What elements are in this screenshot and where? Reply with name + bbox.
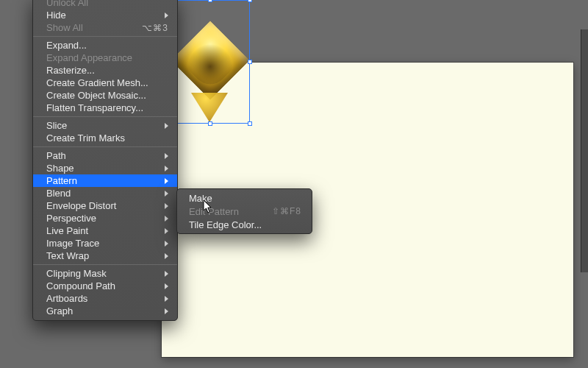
chevron-right-icon [165,228,168,234]
chevron-right-icon [165,123,168,129]
resize-handle-t[interactable] [208,0,212,2]
menu-item-flatten-transparency[interactable]: Flatten Transparency... [33,102,177,114]
menu-item-label: Path [46,150,160,161]
menu-item-shortcut: ⌥⌘3 [142,23,168,33]
chevron-right-icon [165,203,168,209]
menu-item-label: Flatten Transparency... [46,102,168,113]
menu-item-label: Text Wrap [46,250,160,261]
menu-item-rasterize[interactable]: Rasterize... [33,64,177,77]
menu-item-clipping-mask[interactable]: Clipping Mask [33,267,177,280]
menu-item-envelope-distort[interactable]: Envelope Distort [33,199,177,212]
resize-handle-br[interactable] [248,121,252,126]
chevron-right-icon [165,283,168,289]
menu-item-create-trim-marks[interactable]: Create Trim Marks [33,132,177,144]
chevron-right-icon [165,296,168,302]
menu-separator [33,116,177,117]
chevron-right-icon [165,308,168,314]
submenu-item-tile-edge-color[interactable]: Tile Edge Color... [177,218,312,231]
chevron-right-icon [165,271,168,277]
chevron-right-icon [165,191,168,197]
menu-item-label: Blend [46,188,160,199]
resize-handle-tr[interactable] [248,0,252,2]
chevron-right-icon [165,166,168,171]
menu-separator [33,264,177,265]
menu-item-label: Live Paint [46,225,160,236]
menu-item-label: Rasterize... [46,65,168,76]
selected-object-bbox[interactable] [171,0,250,124]
chevron-right-icon [165,253,168,259]
menu-item-shortcut: ⇧⌘F8 [272,206,301,216]
menu-item-path[interactable]: Path [33,149,177,162]
resize-handle-r[interactable] [248,60,252,64]
panel-edge-right [581,29,588,272]
menu-item-create-gradient-mesh[interactable]: Create Gradient Mesh... [33,77,177,89]
menu-item-label: Edit Pattern [189,206,272,217]
menu-separator [33,36,177,37]
chevron-right-icon [165,241,168,247]
menu-item-label: Expand... [46,40,168,51]
menu-item-label: Compound Path [46,280,160,291]
menu-item-compound-path[interactable]: Compound Path [33,280,177,292]
menu-item-label: Create Object Mosaic... [46,90,168,101]
menu-item-graph[interactable]: Graph [33,305,177,317]
menu-item-blend[interactable]: Blend [33,187,177,199]
menu-item-label: Show All [46,22,142,33]
menu-item-label: Image Trace [46,238,160,249]
menu-item-perspective[interactable]: Perspective [33,212,177,224]
menu-item-label: Envelope Distort [46,200,160,211]
menu-item-create-object-mosaic[interactable]: Create Object Mosaic... [33,89,177,102]
resize-handle-b[interactable] [208,121,212,126]
menu-item-label: Unlock All [46,0,168,8]
chevron-right-icon [165,216,168,222]
menu-item-live-paint[interactable]: Live Paint [33,224,177,237]
menu-item-artboards[interactable]: Artboards [33,292,177,305]
menu-item-pattern[interactable]: Pattern [33,174,177,187]
menu-item-expand-appearance: Expand Appearance [33,52,177,64]
menu-item-label: Hide [46,10,160,21]
menu-item-label: Tile Edge Color... [189,219,301,230]
menu-item-image-trace[interactable]: Image Trace [33,237,177,250]
menu-item-shape[interactable]: Shape [33,162,177,174]
object-menu-dropdown[interactable]: Unlock AllHideShow All⌥⌘3Expand...Expand… [32,0,178,321]
menu-item-label: Expand Appearance [46,52,168,63]
chevron-right-icon [165,153,168,159]
menu-item-show-all: Show All⌥⌘3 [33,21,177,34]
pattern-submenu[interactable]: MakeEdit Pattern⇧⌘F8Tile Edge Color... [176,188,312,234]
menu-item-unlock-all: Unlock All [33,0,177,9]
menu-item-expand[interactable]: Expand... [33,39,177,52]
menu-item-label: Shape [46,163,160,174]
chevron-right-icon [165,178,168,184]
menu-item-label: Create Gradient Mesh... [46,77,168,88]
chevron-right-icon [165,13,168,18]
menu-item-label: Make [189,193,301,204]
menu-separator [33,146,177,147]
menu-item-label: Pattern [46,175,160,186]
menu-item-label: Graph [46,305,160,316]
submenu-item-edit-pattern: Edit Pattern⇧⌘F8 [177,205,312,218]
submenu-item-make[interactable]: Make [177,191,312,205]
menu-item-hide[interactable]: Hide [33,9,177,21]
menu-item-slice[interactable]: Slice [33,119,177,132]
selection-border [171,0,250,124]
menu-item-label: Artboards [46,293,160,304]
menu-item-label: Create Trim Marks [46,132,168,144]
menu-item-label: Perspective [46,213,160,224]
menu-item-text-wrap[interactable]: Text Wrap [33,250,177,262]
menu-item-label: Slice [46,120,160,131]
menu-item-label: Clipping Mask [46,268,160,279]
